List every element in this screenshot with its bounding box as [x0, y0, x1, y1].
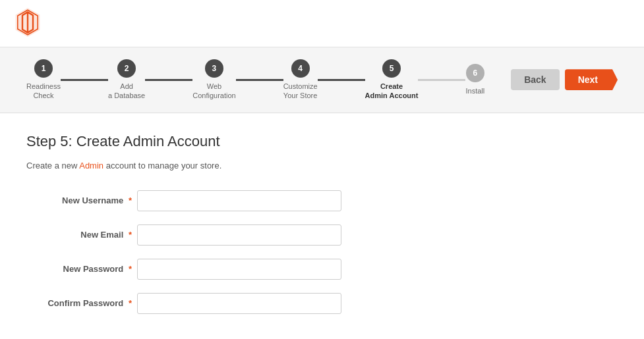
step-6[interactable]: 6 Install	[465, 64, 484, 95]
step-4-circle: 4	[291, 59, 310, 78]
steps-container: 1 ReadinessCheck 2 Adda Database 3 WebCo…	[26, 59, 484, 101]
main-content: Step 5: Create Admin Account Create a ne…	[0, 113, 644, 339]
admin-link[interactable]: Admin	[79, 161, 103, 170]
connector-5-6	[418, 79, 465, 81]
magento-logo	[13, 8, 42, 37]
step-3-label: WebConfiguration	[192, 82, 235, 101]
step-3[interactable]: 3 WebConfiguration	[192, 59, 235, 101]
page-subtitle: Create a new Admin account to manage you…	[26, 161, 618, 170]
confirm-password-field-group: Confirm Password *	[26, 293, 618, 314]
step-2[interactable]: 2 Adda Database	[108, 59, 145, 101]
connector-3-4	[236, 79, 283, 81]
username-input[interactable]	[137, 190, 341, 211]
step-1-label: ReadinessCheck	[26, 82, 61, 101]
step-6-circle: 6	[466, 64, 484, 82]
step-3-circle: 3	[205, 59, 223, 78]
subtitle-prefix: Create a new	[26, 161, 79, 170]
username-field-group: New Username *	[26, 190, 618, 211]
step-4-label: CustomizeYour Store	[283, 82, 318, 101]
header	[0, 0, 644, 47]
step-track: 1 ReadinessCheck 2 Adda Database 3 WebCo…	[26, 59, 484, 101]
step-5-label: CreateAdmin Account	[365, 82, 419, 101]
back-button[interactable]: Back	[511, 69, 559, 90]
username-label: New Username *	[26, 196, 132, 205]
email-field-group: New Email *	[26, 224, 618, 246]
next-button[interactable]: Next	[565, 69, 618, 90]
step-4[interactable]: 4 CustomizeYour Store	[283, 59, 318, 101]
wizard-bar: 1 ReadinessCheck 2 Adda Database 3 WebCo…	[0, 47, 644, 113]
username-required: *	[129, 196, 132, 205]
step-5-circle: 5	[382, 59, 401, 78]
password-field-group: New Password *	[26, 259, 618, 280]
admin-account-form: New Username * New Email * New Password …	[26, 190, 618, 314]
connector-4-5	[318, 79, 365, 81]
subtitle-suffix: account to manage your store.	[103, 161, 221, 170]
step-5[interactable]: 5 CreateAdmin Account	[365, 59, 419, 101]
email-label: New Email *	[26, 230, 132, 240]
step-2-label: Adda Database	[108, 82, 145, 101]
step-1-circle: 1	[34, 59, 53, 78]
wizard-buttons: Back Next	[511, 69, 618, 90]
page-title: Step 5: Create Admin Account	[26, 133, 618, 150]
password-input[interactable]	[137, 259, 341, 280]
step-6-label: Install	[465, 86, 484, 95]
password-required: *	[129, 264, 132, 274]
confirm-password-input[interactable]	[137, 293, 341, 314]
confirm-password-label: Confirm Password *	[26, 298, 132, 308]
connector-1-2	[61, 79, 108, 81]
email-input[interactable]	[137, 224, 341, 246]
step-1[interactable]: 1 ReadinessCheck	[26, 59, 61, 101]
step-2-circle: 2	[117, 59, 136, 78]
email-required: *	[129, 230, 132, 240]
password-label: New Password *	[26, 264, 132, 274]
confirm-password-required: *	[129, 298, 132, 308]
connector-2-3	[145, 79, 192, 81]
